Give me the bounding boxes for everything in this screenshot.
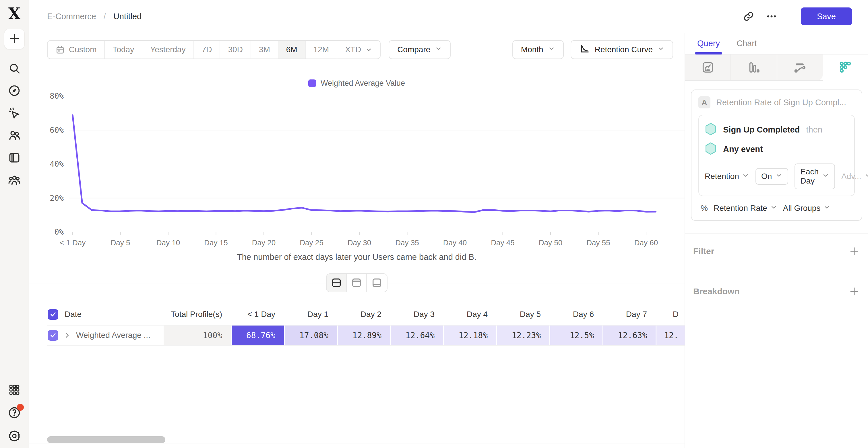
settings-gear-icon[interactable]: [8, 429, 21, 442]
on-dropdown[interactable]: On: [755, 168, 788, 185]
column-header-label: Day 1: [307, 310, 329, 319]
cursor-activity-icon[interactable]: [8, 107, 21, 119]
layout-chart-only-button[interactable]: [347, 274, 367, 292]
range-7d[interactable]: 7D: [194, 41, 220, 59]
query-step-card: A Retention Rate of Sign Up Compl... Sig…: [691, 90, 862, 221]
chevron-down-icon: [435, 45, 442, 52]
range-label: 3M: [259, 45, 270, 54]
column-header-4[interactable]: Day 2: [337, 310, 390, 319]
row-checkbox[interactable]: [48, 330, 58, 341]
column-header-7[interactable]: Day 5: [496, 310, 549, 319]
help-icon[interactable]: [8, 406, 21, 419]
column-header-2[interactable]: < 1 Day: [231, 310, 284, 319]
save-button[interactable]: Save: [801, 7, 852, 25]
expand-row-icon[interactable]: [63, 332, 71, 339]
retention-cell-4: 12.64%: [390, 325, 443, 345]
report-type-insights[interactable]: [685, 55, 731, 80]
svg-text:60%: 60%: [50, 126, 64, 135]
retention-cell-1: 68.76%: [231, 325, 284, 345]
measure-label: Retention Rate: [714, 204, 767, 213]
create-button[interactable]: [4, 29, 25, 49]
more-options-icon[interactable]: [766, 11, 777, 22]
add-filter-button[interactable]: [849, 246, 859, 256]
boards-icon[interactable]: [8, 151, 21, 164]
range-today[interactable]: Today: [105, 41, 143, 59]
page-title[interactable]: Untitled: [113, 12, 142, 21]
column-header-label: < 1 Day: [247, 310, 275, 319]
breadcrumb-project[interactable]: E-Commerce: [47, 12, 96, 21]
layout-table-only-button[interactable]: [367, 274, 387, 292]
percent-symbol: %: [701, 204, 708, 213]
range-xtd[interactable]: XTD: [337, 41, 380, 59]
range-6m[interactable]: 6M: [278, 41, 306, 59]
advanced-dropdown[interactable]: Adv...: [841, 172, 868, 181]
search-icon[interactable]: [8, 62, 21, 75]
event-hexagon-icon: [705, 142, 717, 156]
range-custom[interactable]: Custom: [48, 41, 105, 59]
then-label: then: [806, 125, 822, 135]
compare-button[interactable]: Compare: [389, 40, 451, 59]
users-icon[interactable]: [8, 129, 21, 142]
cohorts-icon[interactable]: [8, 174, 21, 186]
retention-type-dropdown[interactable]: Retention: [705, 172, 749, 181]
column-header-0[interactable]: Date: [47, 309, 163, 320]
layout-split-button[interactable]: [327, 274, 347, 292]
second-event-row[interactable]: Any event: [705, 139, 848, 159]
copy-link-icon[interactable]: [743, 11, 754, 22]
tab-chart[interactable]: Chart: [737, 33, 757, 54]
column-header-3[interactable]: Day 1: [284, 310, 337, 319]
column-header-9[interactable]: Day 7: [602, 310, 656, 319]
filter-label: Filter: [693, 246, 714, 256]
apps-grid-icon[interactable]: [8, 384, 20, 396]
breakdown-section: Breakdown: [685, 286, 868, 297]
column-header-6[interactable]: Day 4: [443, 310, 496, 319]
svg-text:Day 60: Day 60: [634, 238, 658, 247]
granularity-dropdown[interactable]: Month: [513, 40, 564, 59]
add-breakdown-button[interactable]: [849, 286, 859, 297]
range-12m[interactable]: 12M: [306, 41, 337, 59]
chevron-down-icon: [823, 204, 830, 211]
range-3m[interactable]: 3M: [251, 41, 278, 59]
range-label: 7D: [202, 45, 212, 54]
range-label: 12M: [313, 45, 329, 54]
svg-text:20%: 20%: [50, 194, 64, 203]
report-type-retention[interactable]: [823, 55, 868, 80]
row-checkbox[interactable]: [48, 309, 58, 320]
range-label: Today: [113, 45, 134, 54]
chevron-down-icon: [742, 172, 749, 179]
chart-type-dropdown[interactable]: Retention Curve: [570, 40, 673, 59]
retention-cell-3: 12.89%: [337, 325, 390, 345]
report-type-flows[interactable]: [777, 55, 823, 80]
groups-dropdown[interactable]: All Groups: [783, 204, 831, 213]
chart-caption: The number of exact days later your User…: [29, 252, 685, 262]
range-yesterday[interactable]: Yesterday: [143, 41, 194, 59]
legend-label: Weighted Average Value: [321, 79, 405, 88]
chart-legend[interactable]: Weighted Average Value: [29, 77, 685, 89]
first-event-row[interactable]: Sign Up Completed then: [705, 120, 848, 139]
column-header-label: Day 4: [467, 310, 488, 319]
date-range-group: CustomTodayYesterday7D30D3M6M12MXTD: [47, 40, 381, 59]
horizontal-scrollbar-thumb[interactable]: [47, 436, 165, 443]
breadcrumb-separator: /: [104, 12, 106, 21]
column-header-1[interactable]: Total Profile(s): [163, 310, 231, 319]
bucket-dropdown[interactable]: Each Day: [795, 164, 835, 189]
column-header-10[interactable]: D: [656, 310, 685, 319]
chart-section: Weighted Average Value 0%20%40%60%80%< 1…: [29, 77, 685, 262]
query-panel: Query Chart: [685, 33, 868, 448]
range-30d[interactable]: 30D: [220, 41, 251, 59]
plus-icon: [9, 33, 20, 45]
svg-text:Day 10: Day 10: [156, 238, 180, 247]
measure-dropdown[interactable]: Retention Rate: [714, 204, 777, 213]
column-header-label: Day 7: [626, 310, 647, 319]
svg-text:40%: 40%: [50, 160, 64, 168]
column-header-5[interactable]: Day 3: [390, 310, 443, 319]
range-label: Yesterday: [150, 45, 186, 54]
groups-label: All Groups: [783, 204, 820, 213]
retention-cell-0: 100%: [163, 325, 231, 345]
compare-label: Compare: [397, 45, 430, 54]
compass-icon[interactable]: [8, 84, 21, 97]
tab-query[interactable]: Query: [697, 33, 720, 54]
report-type-funnels[interactable]: [731, 55, 777, 80]
column-header-8[interactable]: Day 6: [549, 310, 602, 319]
step-title[interactable]: Retention Rate of Sign Up Compl...: [716, 98, 846, 107]
